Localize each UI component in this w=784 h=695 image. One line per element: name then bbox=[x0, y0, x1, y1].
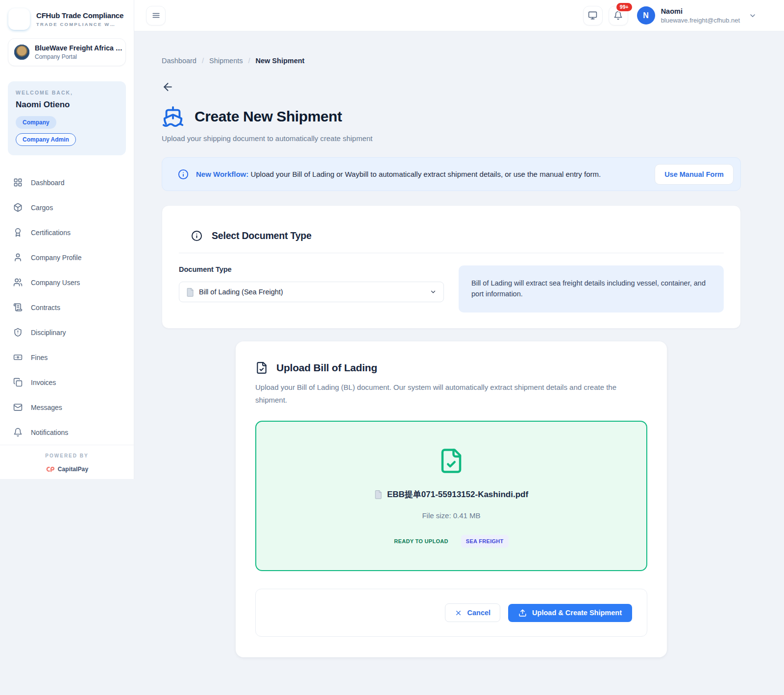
dashboard-grid-icon bbox=[13, 178, 23, 187]
status-badge-ready: READY TO UPLOAD bbox=[394, 538, 448, 544]
document-type-hint: Bill of Lading will extract sea freight … bbox=[459, 265, 724, 312]
capitalpay-logo-icon bbox=[46, 466, 55, 473]
document-page-icon bbox=[374, 490, 383, 499]
sidebar-item-label: Contracts bbox=[31, 304, 60, 312]
company-name: BlueWave Freight Africa … bbox=[35, 44, 122, 52]
sidebar-item-cargos[interactable]: Cargos bbox=[0, 195, 134, 220]
breadcrumb: Dashboard / Shipments / New Shipment bbox=[162, 31, 741, 65]
monitor-icon bbox=[588, 11, 597, 20]
user-name: Naomi bbox=[661, 7, 740, 15]
page-subtitle: Upload your shipping document to automat… bbox=[162, 134, 741, 143]
cancel-button[interactable]: Cancel bbox=[445, 603, 501, 622]
close-icon bbox=[455, 609, 462, 617]
app-logo: CF bbox=[8, 8, 30, 30]
sidebar-toggle-button[interactable] bbox=[146, 6, 166, 25]
sidebar-item-disciplinary[interactable]: Disciplinary bbox=[0, 320, 134, 345]
app-brand: CF CFHub Trade Compliance TRADE COMPLIAN… bbox=[0, 0, 134, 37]
upload-icon bbox=[518, 609, 527, 617]
chevron-down-icon bbox=[749, 12, 757, 20]
company-portal-label: Company Portal bbox=[35, 53, 122, 60]
upload-title: Upload Bill of Lading bbox=[276, 362, 377, 374]
display-mode-button[interactable] bbox=[583, 6, 603, 25]
document-type-card: Select Document Type Document Type Bill … bbox=[162, 205, 741, 329]
sidebar-item-contracts[interactable]: Contracts bbox=[0, 295, 134, 320]
use-manual-form-button[interactable]: Use Manual Form bbox=[655, 164, 734, 185]
user-email: bluewave.freight@cfhub.net bbox=[661, 17, 740, 24]
arrow-left-icon bbox=[162, 81, 174, 93]
shield-alert-icon bbox=[13, 328, 23, 337]
sidebar-item-label: Disciplinary bbox=[31, 329, 66, 336]
file-dropzone[interactable]: EBB提单071-55913152-Kashindi.pdf File size… bbox=[255, 421, 647, 571]
topbar: 99+ N Naomi bluewave.freight@cfhub.net bbox=[134, 0, 784, 31]
sidebar-item-label: Fines bbox=[31, 354, 48, 361]
sidebar-item-invoices[interactable]: Invoices bbox=[0, 370, 134, 395]
sidebar-item-dashboard[interactable]: Dashboard bbox=[0, 170, 134, 195]
user-icon bbox=[13, 253, 23, 262]
sidebar: CF CFHub Trade Compliance TRADE COMPLIAN… bbox=[0, 0, 134, 479]
welcome-eyebrow: WELCOME BACK, bbox=[16, 90, 118, 96]
sidebar-item-messages[interactable]: Messages bbox=[0, 395, 134, 420]
breadcrumb-separator: / bbox=[248, 57, 250, 65]
sidebar-item-label: Dashboard bbox=[31, 179, 65, 187]
uploaded-file-name: EBB提单071-55913152-Kashindi.pdf bbox=[387, 489, 528, 500]
back-button[interactable] bbox=[162, 81, 174, 94]
upload-card: Upload Bill of Lading Upload your Bill o… bbox=[236, 341, 667, 657]
award-icon bbox=[13, 228, 23, 237]
hamburger-menu-icon bbox=[151, 11, 161, 20]
file-check-icon bbox=[255, 361, 268, 374]
scroll-icon bbox=[13, 303, 23, 312]
sidebar-item-label: Certifications bbox=[31, 229, 71, 237]
app-title: CFHub Trade Compliance bbox=[36, 11, 123, 20]
banner-highlight: New Workflow: bbox=[196, 170, 248, 178]
form-actions: Cancel Upload & Create Shipment bbox=[255, 589, 647, 637]
workflow-banner: New Workflow: Upload your Bill of Lading… bbox=[162, 157, 741, 191]
welcome-card: WELCOME BACK, Naomi Otieno Company Compa… bbox=[8, 81, 126, 155]
upload-description: Upload your Bill of Lading (BL) document… bbox=[255, 381, 633, 406]
sidebar-item-notifications[interactable]: Notifications bbox=[0, 420, 134, 445]
powered-by-label: POWERED BY bbox=[0, 453, 134, 458]
page-title: Create New Shipment bbox=[195, 108, 342, 125]
banner-body: Upload your Bill of Lading or Waybill to… bbox=[248, 170, 601, 178]
banknote-icon bbox=[13, 353, 23, 362]
role-badge-company: Company bbox=[16, 116, 56, 129]
app-subtitle: TRADE COMPLIANCE W… bbox=[36, 22, 123, 27]
package-icon bbox=[13, 203, 23, 212]
document-type-label: Document Type bbox=[179, 265, 444, 273]
company-avatar bbox=[14, 45, 29, 60]
upload-create-shipment-button[interactable]: Upload & Create Shipment bbox=[508, 604, 632, 622]
ship-icon bbox=[162, 105, 184, 128]
user-avatar: N bbox=[637, 6, 655, 24]
document-type-select[interactable]: Bill of Lading (Sea Freight) bbox=[179, 282, 444, 302]
submit-label: Upload & Create Shipment bbox=[532, 609, 622, 617]
mode-badge-sea-freight: SEA FREIGHT bbox=[461, 535, 509, 548]
sidebar-item-label: Invoices bbox=[31, 379, 56, 386]
user-menu[interactable]: N Naomi bluewave.freight@cfhub.net bbox=[637, 6, 757, 24]
users-icon bbox=[13, 278, 23, 287]
sidebar-footer: POWERED BY CapitalPay bbox=[0, 445, 134, 483]
sidebar-item-company-profile[interactable]: Company Profile bbox=[0, 245, 134, 270]
breadcrumb-dashboard[interactable]: Dashboard bbox=[162, 57, 196, 65]
banner-text: New Workflow: Upload your Bill of Lading… bbox=[196, 170, 601, 178]
section-title: Select Document Type bbox=[212, 230, 312, 241]
company-portal-card[interactable]: BlueWave Freight Africa … Company Portal bbox=[8, 38, 126, 66]
sidebar-nav: Dashboard Cargos Certifications Company … bbox=[0, 170, 134, 445]
file-check-success-icon bbox=[266, 447, 637, 475]
sidebar-item-company-users[interactable]: Company Users bbox=[0, 270, 134, 295]
breadcrumb-shipments[interactable]: Shipments bbox=[209, 57, 243, 65]
welcome-user-name: Naomi Otieno bbox=[16, 100, 118, 110]
sidebar-item-label: Company Users bbox=[31, 279, 80, 287]
sidebar-item-certifications[interactable]: Certifications bbox=[0, 220, 134, 245]
notification-count-badge: 99+ bbox=[615, 2, 633, 13]
file-size: File size: 0.41 MB bbox=[266, 511, 637, 520]
info-icon bbox=[191, 230, 202, 241]
role-badge-company-admin: Company Admin bbox=[16, 133, 76, 146]
document-type-selected-value: Bill of Lading (Sea Freight) bbox=[199, 288, 283, 296]
sidebar-item-label: Company Profile bbox=[31, 254, 82, 262]
copy-icon bbox=[13, 378, 23, 387]
sidebar-item-fines[interactable]: Fines bbox=[0, 345, 134, 370]
main-content: Dashboard / Shipments / New Shipment Cre… bbox=[134, 31, 784, 695]
sidebar-item-label: Cargos bbox=[31, 204, 53, 212]
capitalpay-wordmark: CapitalPay bbox=[58, 466, 88, 473]
sidebar-item-label: Notifications bbox=[31, 429, 68, 436]
info-icon bbox=[178, 169, 189, 180]
